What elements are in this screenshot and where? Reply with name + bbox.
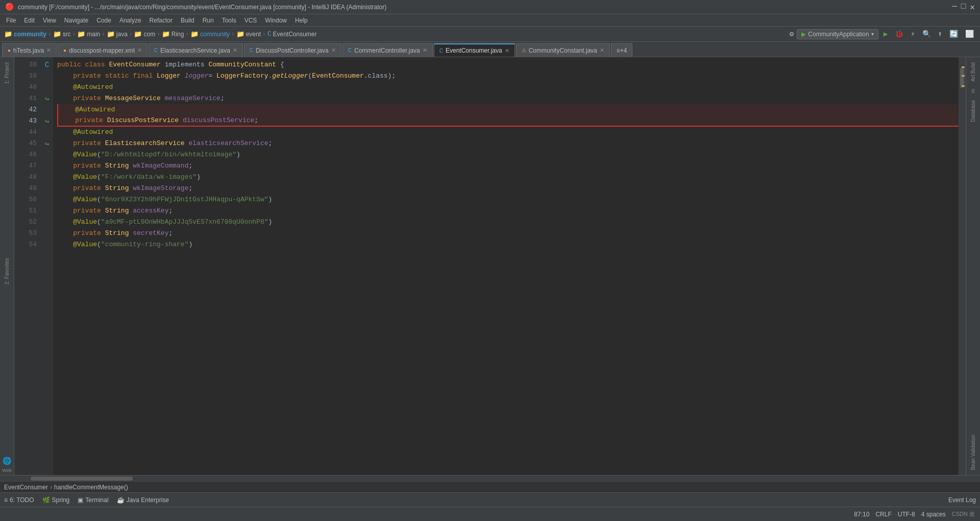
menu-analyze[interactable]: Analyze: [116, 16, 144, 25]
code-line-51: private String accessKey;: [57, 205, 959, 217]
search-everywhere-button[interactable]: 🔍: [920, 29, 933, 39]
editor-row: 1: Project 2: Favorites 🌐 Web 38 39 40 4…: [0, 57, 980, 475]
breadcrumb-bottom-file: EventConsumer: [4, 484, 48, 491]
vertical-scrollbar[interactable]: [959, 57, 966, 475]
menu-file[interactable]: File: [3, 16, 19, 25]
app-icon: 🔴: [5, 3, 14, 11]
rsb-art-build[interactable]: Art Build: [969, 59, 977, 85]
event-log-button[interactable]: Event Log: [948, 496, 976, 504]
code-content[interactable]: public class EventConsumer implements Co…: [53, 57, 959, 475]
encoding-text: UTF-8: [898, 511, 915, 518]
menu-window[interactable]: Window: [262, 16, 290, 25]
rsb-database[interactable]: Database: [969, 97, 977, 125]
tab-close-eventconsumer[interactable]: ✕: [505, 48, 509, 54]
breadcrumb-java[interactable]: java: [116, 31, 128, 38]
menu-build[interactable]: Build: [178, 16, 198, 25]
close-button[interactable]: ✕: [970, 2, 975, 12]
vcs-button[interactable]: ⬆: [936, 29, 944, 39]
menu-run[interactable]: Run: [200, 16, 217, 25]
hscroll-thumb[interactable]: [31, 477, 133, 481]
java-enterprise-tool[interactable]: ☕ Java Enterprise: [117, 496, 169, 504]
tab-discusspost-mapper[interactable]: ● discusspost-mapper.xml ✕: [58, 43, 148, 57]
gutter-icon-45: ↪: [45, 139, 49, 148]
menu-refactor[interactable]: Refactor: [146, 16, 176, 25]
breadcrumb-eventconsumer[interactable]: EventConsumer: [273, 31, 316, 38]
terminal-tool[interactable]: ▣ Terminal: [78, 496, 108, 504]
tab-icon-discusspost: ●: [63, 48, 66, 53]
scroll-thumb[interactable]: [960, 67, 964, 88]
breadcrumb-src[interactable]: src: [63, 31, 71, 38]
status-bar: 87:10 CRLF UTF-8 4 spaces CSDN 改: [0, 507, 980, 521]
java-enterprise-label: Java Enterprise: [127, 496, 169, 504]
breadcrumb-ring[interactable]: Ring: [172, 31, 184, 38]
nav-right: ⚙ ▶ CommunityApplication ▾ ▶ 🐞 ⚡ 🔍 ⬆ 🔄 ⬜: [790, 29, 976, 39]
status-encoding[interactable]: UTF-8: [898, 511, 915, 518]
main-icon: 📁: [77, 30, 85, 38]
run-config-selector[interactable]: ▶ CommunityApplication ▾: [797, 29, 878, 39]
status-line-ending[interactable]: CRLF: [875, 511, 891, 518]
sidebar-project[interactable]: 1: Project: [3, 59, 11, 87]
code-line-49: private String wkImageStorage;: [57, 183, 959, 194]
project-icon: 📁: [4, 30, 12, 38]
breadcrumb-community[interactable]: community: [14, 31, 46, 38]
left-sidebar: 1: Project 2: Favorites 🌐 Web: [0, 57, 14, 475]
breadcrumb: 📁 community › 📁 src › 📁 main › 📁 java › …: [4, 30, 317, 38]
tab-close-discusspost[interactable]: ✕: [137, 47, 142, 54]
spring-tool[interactable]: 🌿 Spring: [42, 496, 70, 504]
breadcrumb-event[interactable]: event: [246, 31, 261, 38]
update-button[interactable]: 🔄: [947, 29, 960, 39]
expand-button[interactable]: ⬜: [963, 29, 976, 39]
tab-close-elasticsearch[interactable]: ✕: [233, 47, 237, 54]
sidebar-web-icon[interactable]: 🌐: [1, 455, 13, 467]
breadcrumb-com[interactable]: com: [143, 31, 155, 38]
rsb-m[interactable]: m: [969, 86, 977, 96]
tab-more[interactable]: ≡+4: [611, 43, 633, 57]
menu-view[interactable]: View: [40, 16, 59, 25]
status-indent[interactable]: 4 spaces: [921, 511, 946, 518]
menu-vcs[interactable]: VCS: [241, 16, 260, 25]
todo-tool[interactable]: ≡ 6: TODO: [4, 496, 34, 504]
code-line-40: @Autowired: [57, 82, 959, 93]
title-text: community [F:/community] - .../src/main/…: [18, 4, 386, 11]
sidebar-web-label[interactable]: Web: [2, 468, 11, 473]
menu-tools[interactable]: Tools: [219, 16, 239, 25]
run-button[interactable]: ▶: [881, 29, 890, 39]
tab-close-commentctrl[interactable]: ✕: [423, 47, 427, 54]
crlf-text: CRLF: [875, 511, 891, 518]
breadcrumb-community2[interactable]: community: [200, 31, 230, 38]
tab-commentcontroller[interactable]: C CommentController.java ✕: [342, 43, 433, 57]
position-text: 87:10: [854, 511, 869, 518]
maximize-button[interactable]: □: [961, 2, 966, 12]
tab-close-discusspostctrl[interactable]: ✕: [331, 47, 336, 54]
src-icon: 📁: [53, 30, 61, 38]
sidebar-favorites[interactable]: 2: Favorites: [3, 255, 11, 288]
menu-code[interactable]: Code: [93, 16, 114, 25]
tab-eventconsumer[interactable]: C EventConsumer.java ✕: [434, 43, 515, 57]
settings-button[interactable]: ⚡: [909, 29, 917, 39]
tab-communityconstant[interactable]: ⚠ CommunityConstant.java ✕: [516, 43, 610, 57]
horizontal-scrollbar[interactable]: [0, 475, 980, 481]
tab-icon-discusspostctrl: C: [250, 48, 253, 53]
tab-close-htests[interactable]: ✕: [46, 47, 51, 54]
code-line-53: private String secretKey;: [57, 228, 959, 239]
breadcrumb-bottom-method: handleCommentMessage(): [54, 484, 128, 491]
menu-navigate[interactable]: Navigate: [61, 16, 91, 25]
tab-discusspostcontroller[interactable]: C DiscussPostController.java ✕: [244, 43, 341, 57]
debug-button[interactable]: 🐞: [893, 29, 905, 39]
breadcrumb-main[interactable]: main: [87, 31, 100, 38]
tab-label-discusspost: discusspost-mapper.xml: [69, 47, 135, 54]
navigate-back-button[interactable]: ⚙: [790, 30, 794, 38]
minimize-button[interactable]: ─: [952, 2, 957, 12]
bottom-toolbar: ≡ 6: TODO 🌿 Spring ▣ Terminal ☕ Java Ent…: [0, 492, 980, 507]
code-area[interactable]: 38 39 40 41 42 43 44 45 46 47 48 49 50 5…: [14, 57, 966, 475]
status-position: 87:10: [854, 511, 869, 518]
csdn-text: CSDN 改: [952, 510, 975, 518]
menu-help[interactable]: Help: [292, 16, 311, 25]
code-line-44: @Autowired: [57, 127, 959, 138]
menu-edit[interactable]: Edit: [21, 16, 38, 25]
rsb-bean-validation[interactable]: Bean Validation: [969, 432, 977, 473]
tab-close-communityconstant[interactable]: ✕: [600, 47, 604, 54]
todo-icon: ≡: [4, 496, 8, 504]
tab-htests[interactable]: ● hTests.java ✕: [2, 43, 57, 57]
tab-elasticsearchservice[interactable]: C ElasticsearchService.java ✕: [149, 43, 243, 57]
